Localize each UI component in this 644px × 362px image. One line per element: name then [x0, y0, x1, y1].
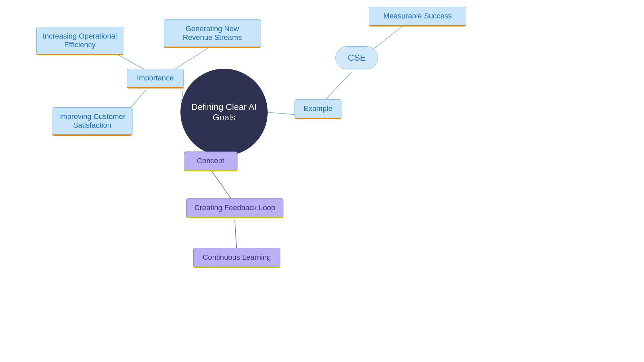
example-node: Example	[294, 99, 341, 119]
mind-map: Defining Clear AI Goals Importance Incre…	[0, 0, 644, 362]
concept-label: Concept	[197, 157, 224, 165]
measurable-success-label: Measurable Success	[383, 12, 452, 20]
svg-line-9	[235, 220, 237, 252]
example-label: Example	[304, 104, 332, 113]
generating-revenue-label: Generating New Revenue Streams	[170, 24, 255, 42]
svg-line-8	[211, 170, 234, 203]
feedback-loop-label: Creating Feedback Loop	[195, 203, 275, 212]
continuous-learning-node: Continuous Learning	[193, 248, 280, 268]
cse-node: CSE	[335, 46, 378, 69]
concept-node: Concept	[184, 152, 237, 171]
increasing-efficiency-label: Increasing Operational Efficiency	[43, 32, 117, 49]
generating-revenue-node: Generating New Revenue Streams	[164, 19, 261, 48]
increasing-efficiency-node: Increasing Operational Efficiency	[36, 27, 123, 55]
feedback-loop-node: Creating Feedback Loop	[186, 198, 283, 218]
center-label: Defining Clear AI Goals	[180, 102, 268, 123]
importance-label: Importance	[137, 74, 174, 82]
cse-label: CSE	[348, 53, 366, 63]
importance-node: Importance	[127, 69, 184, 88]
improving-customer-label: Improving Customer Satisfaction	[58, 112, 126, 130]
continuous-learning-label: Continuous Learning	[203, 253, 271, 262]
center-node: Defining Clear AI Goals	[180, 69, 268, 156]
measurable-success-node: Measurable Success	[369, 7, 466, 26]
improving-customer-node: Improving Customer Satisfaction	[52, 107, 132, 136]
